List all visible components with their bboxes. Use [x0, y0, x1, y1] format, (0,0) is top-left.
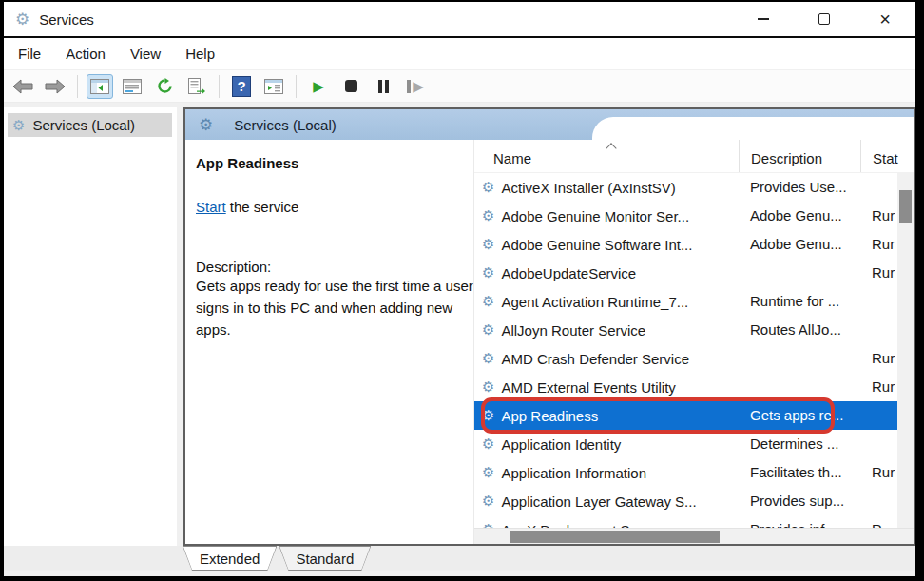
menu-item-action[interactable]: Action: [66, 46, 106, 62]
restart-service-button[interactable]: ▶: [402, 74, 429, 99]
show-action-pane-button[interactable]: [260, 74, 287, 99]
refresh-button[interactable]: [151, 74, 178, 99]
pause-service-button[interactable]: [370, 74, 396, 99]
toolbar-separator: [77, 75, 78, 98]
service-status: R: [872, 521, 882, 528]
maximize-button[interactable]: [794, 2, 855, 36]
service-row[interactable]: ⚙Application Layer Gateway S...Provides …: [474, 487, 897, 515]
service-row[interactable]: ⚙ActiveX Installer (AxInstSV)Provides Us…: [474, 173, 897, 202]
service-gear-icon: ⚙: [482, 407, 494, 424]
minimize-button[interactable]: [733, 2, 794, 36]
horizontal-scrollbar-thumb[interactable]: [510, 531, 720, 543]
stop-service-icon: [345, 80, 357, 92]
service-row[interactable]: ⚙AllJoyn Router ServiceRoutes AllJo...: [474, 316, 897, 344]
toolbar: ? ▶ ▶: [4, 70, 915, 103]
menu-item-file[interactable]: File: [18, 46, 41, 62]
refresh-icon: [157, 78, 173, 94]
service-rows: ⚙ActiveX Installer (AxInstSV)Provides Us…: [474, 173, 897, 528]
service-gear-icon: ⚙: [482, 207, 494, 224]
service-gear-icon: ⚙: [482, 264, 494, 281]
service-description: Runtime for ...: [750, 293, 839, 309]
service-description: Provides inf...: [750, 521, 837, 528]
service-action-line: Start the service: [196, 199, 470, 215]
service-gear-icon: ⚙: [482, 436, 494, 453]
service-row[interactable]: ⚙Adobe Genuine Software Int...Adobe Genu…: [474, 230, 897, 259]
service-row[interactable]: ⚙App ReadinessGets apps re...: [474, 401, 897, 430]
service-row[interactable]: ⚙Application IdentityDetermines ...: [474, 430, 897, 458]
service-description: Determines ...: [750, 436, 838, 452]
service-name: AdobeUpdateService: [501, 265, 636, 281]
export-list-button[interactable]: [183, 74, 210, 99]
maximize-icon: [818, 13, 830, 25]
service-row[interactable]: ⚙AdobeUpdateServiceRur: [474, 259, 897, 287]
forward-button[interactable]: [42, 74, 68, 99]
services-window: ⚙ Services × FileActionViewHelp: [0, 0, 924, 581]
services-gear-icon: ⚙: [15, 10, 29, 29]
menu-bar: FileActionViewHelp: [4, 38, 915, 70]
stop-service-button[interactable]: [337, 74, 364, 99]
menu-item-help[interactable]: Help: [185, 46, 215, 62]
service-name: App Readiness: [501, 408, 598, 424]
service-description: Provides sup...: [750, 493, 844, 509]
service-status: Rur: [872, 264, 895, 281]
help-icon: ?: [232, 76, 251, 97]
menu-item-view[interactable]: View: [130, 46, 161, 62]
service-gear-icon: ⚙: [482, 236, 494, 253]
service-row[interactable]: ⚙AppX Deployment Ser...Provides inf...R: [474, 515, 897, 528]
horizontal-scrollbar[interactable]: [474, 528, 914, 544]
help-button[interactable]: ?: [228, 74, 255, 99]
close-icon: ×: [879, 10, 891, 29]
tree-item-services-local[interactable]: ⚙ Services (Local): [8, 113, 172, 137]
start-service-icon: ▶: [313, 79, 324, 93]
service-name: Application Layer Gateway S...: [501, 494, 696, 510]
service-status: Rur: [872, 378, 895, 395]
service-status: Rur: [872, 207, 895, 223]
service-gear-icon: ⚙: [482, 293, 494, 310]
service-name: ActiveX Installer (AxInstSV): [501, 180, 675, 196]
mmc-header: ⚙ Services (Local): [185, 109, 914, 140]
service-description: Facilitates th...: [750, 464, 842, 480]
service-status: Rur: [872, 236, 895, 252]
show-console-tree-button[interactable]: [87, 74, 113, 99]
service-gear-icon: ⚙: [482, 321, 494, 339]
description-text: Gets apps ready for use the first time a…: [196, 275, 473, 340]
service-row[interactable]: ⚙Application InformationFacilitates th..…: [474, 458, 897, 487]
close-button[interactable]: ×: [855, 2, 915, 36]
vertical-scrollbar-thumb[interactable]: [899, 190, 912, 223]
service-action-suffix: the service: [226, 199, 299, 215]
back-button[interactable]: [10, 74, 36, 99]
service-row[interactable]: ⚙AMD External Events UtilityRur: [474, 373, 897, 401]
toolbar-separator: [219, 75, 220, 98]
start-service-button[interactable]: ▶: [305, 74, 332, 99]
service-row[interactable]: ⚙AMD Crash Defender ServiceRur: [474, 344, 897, 373]
service-description: Gets apps re...: [750, 407, 843, 423]
service-row[interactable]: ⚙Agent Activation Runtime_7...Runtime fo…: [474, 287, 897, 316]
service-status: Rur: [872, 350, 895, 366]
restart-service-icon: ▶: [407, 79, 424, 93]
vertical-scrollbar[interactable]: [897, 173, 914, 528]
view-tabs: ExtendedStandard: [4, 546, 915, 571]
start-service-link[interactable]: Start: [196, 199, 226, 215]
service-row[interactable]: ⚙Adobe Genuine Monitor Ser...Adobe Genu.…: [474, 202, 897, 230]
service-description: Adobe Genu...: [750, 207, 842, 223]
service-gear-icon: ⚙: [482, 350, 494, 367]
pause-service-icon: [378, 80, 389, 93]
pane-splitter[interactable]: [177, 107, 183, 546]
window-controls: ×: [733, 2, 915, 36]
tab-extended[interactable]: Extended: [183, 546, 277, 571]
properties-button[interactable]: [119, 74, 145, 99]
column-header-status[interactable]: Stat: [860, 140, 914, 172]
service-description: Routes AllJo...: [750, 321, 841, 338]
service-name: Adobe Genuine Monitor Ser...: [501, 208, 689, 224]
main-panel: ⚙ Services (Local) App Readiness Start t…: [183, 107, 915, 546]
tree-item-label: Services (Local): [32, 117, 135, 133]
column-header-name[interactable]: Name: [474, 150, 739, 172]
tab-standard[interactable]: Standard: [279, 546, 371, 571]
service-name: Application Identity: [501, 436, 621, 453]
column-header-description[interactable]: Description: [739, 140, 860, 172]
service-name: AMD External Events Utility: [501, 379, 675, 396]
sort-ascending-icon: [607, 143, 616, 151]
service-name: AMD Crash Defender Service: [501, 351, 689, 367]
title-bar: ⚙ Services ×: [4, 2, 915, 36]
show-action-pane-icon: [264, 79, 283, 94]
